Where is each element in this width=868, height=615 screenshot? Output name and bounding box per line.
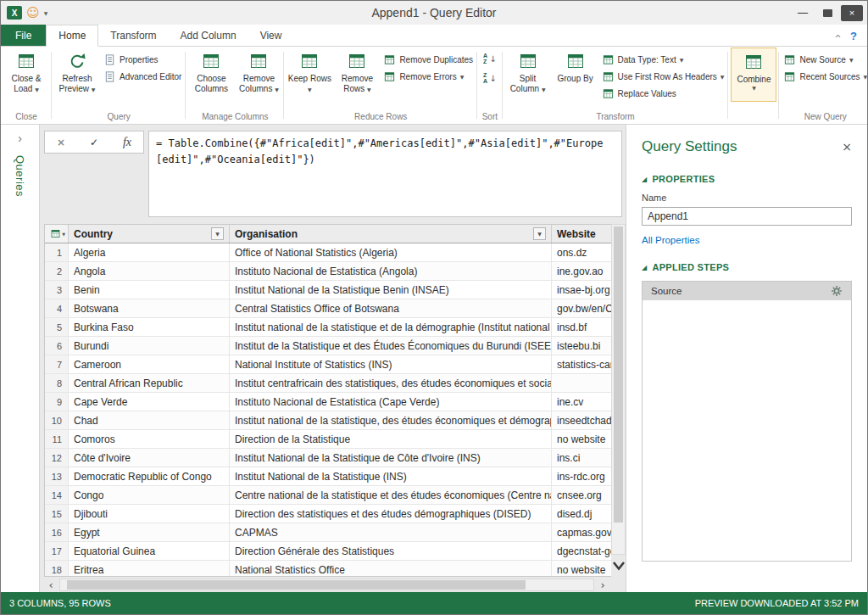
scroll-right-icon[interactable]: › bbox=[596, 579, 609, 591]
row-number-cell[interactable]: 12 bbox=[45, 449, 69, 467]
country-cell[interactable]: Algeria bbox=[69, 243, 230, 261]
website-cell[interactable]: gov.bw/en/C bbox=[552, 299, 611, 317]
row-number-cell[interactable]: 18 bbox=[45, 561, 69, 576]
website-cell[interactable]: insae-bj.org bbox=[552, 281, 611, 299]
column-header-country[interactable]: Country ▼ bbox=[69, 225, 230, 243]
tab-home[interactable]: Home bbox=[46, 25, 98, 47]
row-number-cell[interactable]: 2 bbox=[45, 262, 69, 280]
new-source-button[interactable]: New Source ▼ bbox=[782, 53, 867, 67]
quick-access-dropdown-icon[interactable]: ▼ bbox=[44, 10, 48, 16]
advanced-editor-button[interactable]: Advanced Editor bbox=[102, 70, 183, 84]
website-cell[interactable]: no website bbox=[552, 561, 611, 576]
organisation-cell[interactable]: CAPMAS bbox=[230, 523, 552, 541]
row-number-cell[interactable]: 5 bbox=[45, 318, 69, 336]
formula-commit-icon[interactable]: ✓ bbox=[90, 137, 98, 148]
applied-steps-section-header[interactable]: ◢ APPLIED STEPS bbox=[642, 262, 852, 272]
website-cell[interactable]: dgecnstat-ge bbox=[552, 542, 611, 560]
step-settings-gear-icon[interactable] bbox=[831, 285, 843, 297]
website-cell[interactable]: ins-rdc.org bbox=[552, 467, 611, 485]
row-number-cell[interactable]: 13 bbox=[45, 467, 69, 485]
use-first-row-as-headers-button[interactable]: Use First Row As Headers ▼ bbox=[600, 70, 726, 84]
website-cell[interactable] bbox=[552, 374, 611, 392]
combine-button[interactable]: Combine ▼ bbox=[731, 48, 776, 102]
row-number-cell[interactable]: 6 bbox=[45, 337, 69, 355]
scroll-left-icon[interactable]: ‹ bbox=[44, 579, 58, 591]
column-header-organisation[interactable]: Organisation ▼ bbox=[230, 225, 552, 243]
row-number-cell[interactable]: 9 bbox=[45, 393, 69, 411]
row-number-cell[interactable]: 15 bbox=[45, 505, 69, 523]
row-number-cell[interactable]: 3 bbox=[45, 281, 69, 299]
all-properties-link[interactable]: All Properties bbox=[642, 235, 852, 245]
scroll-down-chevron[interactable] bbox=[611, 555, 626, 577]
queries-pane-label[interactable]: Queries bbox=[14, 155, 26, 197]
feedback-smiley-icon[interactable]: ☺ bbox=[26, 7, 40, 20]
organisation-cell[interactable]: Direction des statistiques et des études… bbox=[230, 505, 552, 523]
organisation-cell[interactable]: Centre national de la statistique et des… bbox=[230, 486, 552, 504]
country-cell[interactable]: Angola bbox=[69, 262, 230, 280]
organisation-cell[interactable]: Central Statistics Office of Botswana bbox=[230, 299, 552, 317]
filter-dropdown-country-icon[interactable]: ▼ bbox=[211, 227, 224, 240]
website-cell[interactable]: statistics-cam bbox=[552, 355, 611, 373]
vertical-scrollbar[interactable] bbox=[611, 224, 626, 592]
hscroll-thumb[interactable] bbox=[67, 580, 526, 590]
choose-columns-button[interactable]: Choose Columns bbox=[188, 48, 234, 102]
properties-section-header[interactable]: ◢ PROPERTIES bbox=[642, 174, 852, 184]
organisation-cell[interactable]: Institut national de la statistique, des… bbox=[230, 411, 552, 429]
keep-rows-button[interactable]: Keep Rows ▼ bbox=[287, 48, 332, 102]
close-settings-icon[interactable]: × bbox=[842, 140, 852, 154]
organisation-cell[interactable]: Institut centrafricain des statistiques,… bbox=[230, 374, 552, 392]
row-number-cell[interactable]: 1 bbox=[45, 243, 69, 261]
tab-transform[interactable]: Transform bbox=[98, 25, 168, 46]
organisation-cell[interactable]: Institut National de la Statistique Beni… bbox=[230, 281, 552, 299]
organisation-cell[interactable]: Instituto Nacional de Estatistica (Angol… bbox=[230, 262, 552, 280]
remove-rows-button[interactable]: Remove Rows ▼ bbox=[334, 48, 380, 102]
maximize-button[interactable] bbox=[816, 5, 838, 21]
country-cell[interactable]: Central African Republic bbox=[69, 374, 230, 392]
tab-file[interactable]: File bbox=[1, 25, 46, 46]
collapse-ribbon-icon[interactable]: › bbox=[831, 34, 842, 37]
country-cell[interactable]: Comoros bbox=[69, 430, 230, 448]
website-cell[interactable]: isteebu.bi bbox=[552, 337, 611, 355]
website-cell[interactable]: dised.dj bbox=[552, 505, 611, 523]
website-cell[interactable]: capmas.gov.e bbox=[552, 523, 611, 541]
website-cell[interactable]: ins.ci bbox=[552, 449, 611, 467]
country-cell[interactable]: Burkina Faso bbox=[69, 318, 230, 336]
excel-app-icon[interactable]: X bbox=[7, 6, 22, 20]
expand-queries-pane-icon[interactable]: › bbox=[18, 125, 22, 155]
help-icon[interactable]: ? bbox=[850, 30, 857, 42]
row-number-cell[interactable]: 7 bbox=[45, 355, 69, 373]
country-cell[interactable]: Egypt bbox=[69, 523, 230, 541]
country-cell[interactable]: Benin bbox=[69, 281, 230, 299]
sort-ascending-button[interactable]: AZ↓ bbox=[480, 51, 499, 67]
remove-duplicates-button[interactable]: Remove Duplicates bbox=[381, 53, 475, 67]
website-cell[interactable]: ons.dz bbox=[552, 243, 611, 261]
query-name-input[interactable] bbox=[642, 207, 852, 226]
organisation-cell[interactable]: Institut national de la statistique et d… bbox=[230, 318, 552, 336]
row-number-cell[interactable]: 10 bbox=[45, 411, 69, 429]
country-cell[interactable]: Eritrea bbox=[69, 561, 230, 576]
organisation-cell[interactable]: Institut National de la Statistique de C… bbox=[230, 449, 552, 467]
split-column-button[interactable]: Split Column ▼ bbox=[505, 48, 551, 102]
organisation-cell[interactable]: National Statistics Office bbox=[230, 561, 552, 576]
website-cell[interactable]: ine.gov.ao bbox=[552, 262, 611, 280]
close-and-load-button[interactable]: Close & Load ▼ bbox=[3, 48, 49, 102]
applied-step-source[interactable]: Source bbox=[643, 282, 851, 300]
data-type-button[interactable]: Data Type: Text ▼ bbox=[600, 53, 726, 67]
sort-descending-button[interactable]: ZA↓ bbox=[480, 70, 499, 87]
recent-sources-button[interactable]: Recent Sources ▼ bbox=[782, 70, 867, 84]
formula-input[interactable]: = Table.Combine({#"Africa[edit]",#"Ameri… bbox=[148, 131, 622, 217]
select-all-corner-cell[interactable]: ▼ bbox=[45, 225, 69, 243]
organisation-cell[interactable]: Direction Générale des Statistiques bbox=[230, 542, 552, 560]
country-cell[interactable]: Democratic Republic of Congo bbox=[69, 467, 230, 485]
website-cell[interactable]: inseedtchad.c bbox=[552, 411, 611, 429]
horizontal-scrollbar[interactable]: ‹ › bbox=[44, 577, 611, 592]
formula-cancel-icon[interactable]: × bbox=[57, 137, 65, 148]
organisation-cell[interactable]: Institut de la Statistique et des Études… bbox=[230, 337, 552, 355]
row-number-cell[interactable]: 17 bbox=[45, 542, 69, 560]
country-cell[interactable]: Burundi bbox=[69, 337, 230, 355]
group-by-button[interactable]: Group By bbox=[553, 48, 598, 102]
country-cell[interactable]: Cameroon bbox=[69, 355, 230, 373]
column-header-website[interactable]: Website bbox=[552, 225, 611, 243]
organisation-cell[interactable]: Instituto Nacional de Estatistica (Cape … bbox=[230, 393, 552, 411]
website-cell[interactable]: insd.bf bbox=[552, 318, 611, 336]
